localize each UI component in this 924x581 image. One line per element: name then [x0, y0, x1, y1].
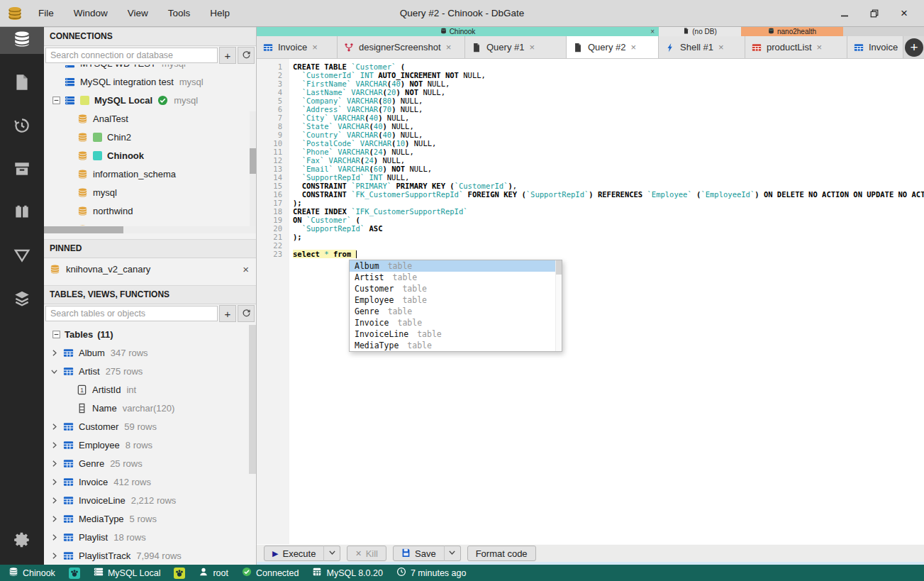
table-item[interactable]: Employee8 rows [44, 436, 256, 454]
code-line[interactable] [293, 241, 924, 250]
database-item[interactable]: mysql [44, 183, 256, 201]
close-tab-icon[interactable]: × [529, 42, 535, 52]
table-item[interactable]: Customer59 rows [44, 417, 256, 436]
status-server[interactable]: MySQL Local [94, 567, 161, 579]
code-line[interactable]: `SupportRepId` ASC [293, 224, 924, 233]
execute-dropdown-button[interactable] [323, 546, 340, 561]
code-line[interactable]: `Country` VARCHAR(40) NULL, [293, 131, 924, 139]
table-item[interactable]: MediaType5 rows [44, 509, 256, 528]
menu-help[interactable]: Help [210, 8, 230, 18]
autocomplete-item[interactable]: Genretable [350, 306, 562, 317]
table-item[interactable]: Genre25 rows [44, 454, 256, 472]
code-line[interactable]: `LastName` VARCHAR(20) NOT NULL, [293, 88, 924, 96]
chevron-right-icon[interactable] [50, 496, 59, 505]
chevron-right-icon[interactable] [50, 533, 59, 542]
collapse-box-icon[interactable] [52, 330, 61, 339]
connections-vscrollbar[interactable] [250, 111, 256, 226]
table-item[interactable]: Invoice412 rows [44, 472, 256, 491]
minimize-button[interactable] [839, 8, 850, 19]
chevron-down-icon[interactable] [50, 367, 59, 376]
rail-query-designer-button[interactable] [0, 243, 44, 270]
code-line[interactable]: `Company` VARCHAR(80) NULL, [293, 96, 924, 105]
autocomplete-item[interactable]: InvoiceLinetable [350, 328, 562, 340]
tab-productlist[interactable]: productList× [745, 36, 847, 58]
code-line[interactable]: ON `Customer` ( [293, 216, 924, 224]
autocomplete-item[interactable]: Albumtable [350, 260, 562, 272]
tab-query-1[interactable]: Query #1× [465, 36, 567, 58]
menu-view[interactable]: View [128, 8, 148, 18]
refresh-tables-button[interactable] [238, 305, 255, 322]
close-group-icon[interactable]: × [650, 27, 655, 36]
code-line[interactable]: `Email` VARCHAR(60) NOT NULL, [293, 165, 924, 173]
tab-designerscreenshot[interactable]: designerScreenshot× [338, 36, 465, 58]
kill-button[interactable]: ×Kill [347, 546, 386, 561]
rail-files-button[interactable] [0, 70, 44, 97]
code-line[interactable]: `Address` VARCHAR(70) NULL, [293, 105, 924, 114]
status-last-refresh[interactable]: 7 minutes ago [396, 567, 467, 579]
chevron-right-icon[interactable] [50, 441, 59, 450]
table-item[interactable]: Album347 rows [44, 343, 256, 362]
save-button[interactable]: Save [393, 546, 445, 561]
tab-group[interactable]: nano2health [741, 27, 843, 36]
rail-archive-button[interactable] [0, 157, 44, 184]
status-database[interactable]: Chinook [9, 567, 55, 579]
tab-group[interactable]: (no DB) [659, 27, 741, 36]
status-connection[interactable]: Connected [242, 567, 299, 579]
close-tab-icon[interactable]: × [630, 42, 636, 52]
database-item[interactable]: performance_schema [44, 220, 256, 226]
close-tab-icon[interactable]: × [817, 42, 823, 52]
menu-file[interactable]: File [38, 8, 54, 18]
rail-history-button[interactable] [0, 114, 44, 140]
close-tab-icon[interactable]: × [446, 42, 452, 52]
table-item[interactable]: Playlist18 rows [44, 528, 256, 546]
unpin-close-icon[interactable]: × [243, 263, 249, 275]
tables-vscrollbar[interactable] [249, 325, 256, 474]
autocomplete-item[interactable]: Invoicetable [350, 317, 562, 328]
autocomplete-item[interactable]: Artisttable [350, 272, 562, 283]
format-code-button[interactable]: Format code [467, 546, 536, 561]
new-tab-button[interactable]: + [905, 38, 923, 57]
code-line[interactable]: ); [293, 199, 924, 207]
database-item[interactable]: information_schema [44, 165, 256, 183]
rail-connections-button[interactable] [0, 27, 44, 54]
rail-plugins-button[interactable] [0, 287, 44, 314]
autocomplete-item[interactable]: Employeetable [350, 294, 562, 306]
database-item[interactable]: Chinook [44, 146, 256, 165]
code-line[interactable]: `CustomerId` INT AUTO_INCREMENT NOT NULL… [293, 71, 924, 79]
chevron-right-icon[interactable] [50, 348, 59, 358]
autocomplete-scrollbar[interactable] [555, 260, 562, 351]
chevron-right-icon[interactable] [50, 459, 59, 468]
tables-group-header[interactable]: Tables(11) [44, 325, 256, 343]
menu-window[interactable]: Window [74, 8, 108, 18]
table-search-input[interactable] [45, 306, 218, 321]
connection-item[interactable]: MySQL Localmysql [44, 91, 256, 109]
connection-item[interactable]: MySQL integration testmysql [44, 72, 256, 91]
connection-search-input[interactable] [45, 48, 218, 63]
status-version[interactable]: MySQL 8.0.20 [312, 567, 382, 579]
code-line[interactable]: `SupportRepId` INT NULL, [293, 173, 924, 182]
connection-item[interactable]: MYSQL WD TESTmysql [44, 65, 256, 72]
code-line[interactable]: `Fax` VARCHAR(24) NULL, [293, 156, 924, 165]
database-color-badge[interactable] [69, 568, 80, 579]
connections-hscrollbar[interactable] [44, 226, 256, 233]
column-item[interactable]: 1ArtistIdint [44, 380, 256, 399]
code-line[interactable]: `Phone` VARCHAR(24) NULL, [293, 148, 924, 156]
table-item[interactable]: Artist275 rows [44, 362, 256, 380]
menu-tools[interactable]: Tools [168, 8, 191, 18]
code-line[interactable]: CONSTRAINT `PRIMARY` PRIMARY KEY (`Custo… [293, 182, 924, 190]
rail-reference-button[interactable] [0, 200, 44, 227]
code-line[interactable]: `FirstName` VARCHAR(40) NOT NULL, [293, 79, 924, 88]
status-user[interactable]: root [199, 567, 228, 579]
code-line[interactable]: select * from [293, 250, 924, 258]
code-line[interactable]: `PostalCode` VARCHAR(10) NULL, [293, 139, 924, 148]
close-tab-icon[interactable]: × [312, 42, 318, 52]
tab-invoice[interactable]: Invoice [847, 36, 903, 58]
chevron-right-icon[interactable] [50, 422, 59, 431]
database-item[interactable]: northwind [44, 201, 256, 220]
tab-shell-1[interactable]: Shell #1× [659, 36, 745, 58]
pinned-item[interactable]: knihovna_v2_canary × [44, 258, 256, 280]
restore-button[interactable] [869, 8, 880, 19]
autocomplete-item[interactable]: MediaTypetable [350, 340, 562, 351]
execute-button[interactable]: ▶Execute [264, 546, 324, 561]
add-table-button[interactable]: + [219, 305, 236, 322]
